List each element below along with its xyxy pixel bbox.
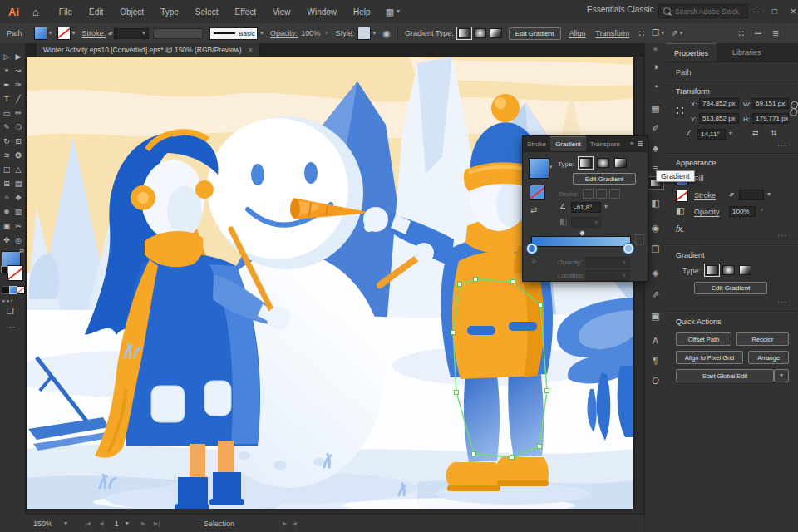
link-dimensions-icon[interactable] (787, 101, 798, 116)
menu-effect[interactable]: Effect (227, 7, 264, 17)
stroke-chevron-icon[interactable]: ▾ (71, 30, 82, 37)
draw-mode-icon[interactable]: ❒ (7, 308, 14, 316)
pathfinder-options-icon[interactable]: ⇗▾ (667, 29, 686, 37)
default-fill-stroke-icon[interactable] (1, 266, 8, 273)
gradient-stop-left[interactable] (527, 244, 537, 254)
gradient-midpoint[interactable] (579, 230, 585, 236)
align-to-pixel-grid-button[interactable]: Align to Pixel Grid (676, 351, 743, 364)
isolate-icon[interactable]: ∷ (634, 29, 648, 38)
y-field[interactable]: 513,852 px (699, 113, 739, 124)
panel-gradient-linear-icon[interactable] (579, 158, 592, 168)
reverse-gradient-icon[interactable]: ⇄ (530, 206, 537, 214)
artboards-panel-icon[interactable]: ▣ (645, 308, 666, 324)
tab-properties[interactable]: Properties (666, 43, 717, 62)
blob-brush-tool[interactable]: ❍ (12, 121, 24, 133)
appearance-opacity-arrow-icon[interactable]: › (761, 207, 763, 214)
transform-more-icon[interactable]: ··· (777, 141, 787, 150)
color-panel-icon[interactable]: ◑ (645, 58, 666, 75)
rotate-angle-field[interactable]: 14,11° (697, 129, 726, 140)
panel-angle-field[interactable]: -61,8° (571, 202, 601, 213)
align-options-icon[interactable]: ❒▾ (648, 29, 667, 37)
panel-gradient-radial-icon[interactable] (597, 158, 609, 168)
stock-search[interactable]: Search Adobe Stock (658, 4, 748, 18)
prev-artboard-icon[interactable]: ◀ (95, 520, 107, 527)
appearance-fill-label[interactable]: Fill (694, 175, 704, 183)
color-mode-none[interactable] (17, 286, 25, 294)
shaper-tool[interactable]: ✎ (1, 121, 12, 133)
stroke-swatch[interactable] (57, 27, 71, 40)
asset-export-panel-icon[interactable]: ⇗ (645, 286, 666, 303)
mesh-tool[interactable]: ⊞ (1, 177, 12, 190)
menu-window[interactable]: Window (299, 7, 346, 17)
stroke-weight-stepper[interactable]: ▴▾ (108, 30, 111, 37)
style-swatch[interactable] (357, 27, 371, 40)
gradient-type-freeform-icon[interactable] (490, 28, 502, 38)
pen-tool[interactable]: ✒ (1, 78, 12, 91)
gradient-fill-chevron-icon[interactable]: ▾ (549, 164, 553, 170)
panel-gradient-freeform-icon[interactable] (614, 158, 627, 168)
gradient-stop-right[interactable] (623, 244, 633, 254)
align-menu[interactable]: Align (561, 29, 591, 37)
offset-path-button[interactable]: Offset Path (676, 332, 732, 346)
w-field[interactable]: 69,151 px (752, 98, 789, 109)
workspace-grid-icon[interactable]: ▦ ▾ (386, 7, 400, 17)
props-edit-gradient-button[interactable]: Edit Gradient (694, 282, 767, 294)
gradient-stroke-swatch[interactable] (530, 185, 545, 200)
zoom-tool[interactable]: ◎ (12, 234, 24, 246)
touch-workspace-icon[interactable]: ∷ (738, 29, 744, 38)
menu-object[interactable]: Object (111, 7, 152, 17)
menu-file[interactable]: File (51, 7, 81, 17)
appearance-opacity-field[interactable]: 100% (729, 206, 756, 217)
appearance-stroke-label[interactable]: Stroke (694, 191, 716, 200)
home-icon[interactable]: ⌂ (29, 7, 51, 17)
perspective-grid-tool[interactable]: △ (12, 163, 24, 175)
width-tool[interactable]: ≋ (1, 149, 12, 161)
opacity-label[interactable]: Opacity: (270, 29, 298, 37)
fx-label[interactable]: fx. (676, 224, 685, 234)
reference-point-locator[interactable] (674, 105, 686, 116)
flip-horizontal-icon[interactable]: ⇄ (752, 130, 759, 137)
curvature-tool[interactable]: ✑ (12, 78, 24, 91)
fill-chevron-icon[interactable]: ▾ (47, 30, 57, 37)
props-gradient-radial-icon[interactable] (722, 265, 735, 275)
menu-edit[interactable]: Edit (81, 7, 111, 17)
stroke-label[interactable]: Stroke: (82, 29, 109, 37)
menu-help[interactable]: Help (345, 7, 379, 17)
character-panel-icon[interactable]: A (645, 332, 666, 349)
gradient-tool[interactable]: ▤ (12, 177, 24, 190)
variable-width-profile[interactable] (153, 28, 203, 39)
slice-tool[interactable]: ✂ (12, 219, 24, 232)
gradient-more-icon[interactable]: ··· (777, 298, 787, 306)
eyedropper-tool[interactable]: ✧ (1, 191, 12, 204)
opacity-arrow-icon[interactable]: › (323, 30, 336, 37)
hand-tool[interactable]: ✥ (1, 234, 12, 246)
symbol-sprayer-tool[interactable]: ❅ (1, 205, 12, 218)
props-gradient-freeform-icon[interactable] (739, 265, 751, 275)
start-global-edit-button[interactable]: Start Global Edit (676, 369, 774, 382)
swatches-panel-icon[interactable]: ▦ (645, 100, 666, 116)
flip-vertical-icon[interactable]: ⇅ (771, 130, 777, 137)
panel-menu-icon[interactable]: ≣ (636, 140, 648, 148)
menu-select[interactable]: Select (187, 7, 227, 17)
puppet-warp-tool[interactable]: ✪ (12, 149, 24, 161)
workspace-switcher[interactable]: Essentials Classic ▾ (587, 5, 663, 14)
rectangle-tool[interactable]: ▭ (1, 106, 12, 119)
zoom-level[interactable]: 150% (25, 520, 64, 528)
panel-expand-icon[interactable]: » (628, 140, 636, 147)
appearance-stroke-chevron-icon[interactable]: ▾ (767, 191, 771, 198)
brush-definition[interactable]: Basic (209, 27, 258, 40)
appearance-stroke-field[interactable] (739, 190, 764, 200)
appearance-stroke-swatch[interactable] (676, 190, 688, 202)
panel-angle-chevron-icon[interactable]: ▾ (604, 204, 608, 210)
document-tab[interactable]: Winter Activity eps10 [Converted].eps* @… (37, 43, 260, 57)
minimize-button[interactable]: – (746, 7, 766, 17)
dock-control-icon[interactable]: ≔ (754, 29, 762, 37)
swap-fill-stroke-icon[interactable]: ⇄ (19, 248, 24, 254)
recolor-button[interactable]: Recolor (736, 332, 789, 346)
lasso-tool[interactable]: ↝ (12, 64, 24, 76)
fill-swatch[interactable] (34, 27, 47, 40)
color-guide-panel-icon[interactable]: ◔ (645, 78, 666, 95)
selection-tool[interactable]: ▷ (1, 50, 12, 62)
style-chevron-icon[interactable]: ▾ (371, 30, 382, 37)
vertical-scrollbar[interactable] (635, 57, 643, 509)
